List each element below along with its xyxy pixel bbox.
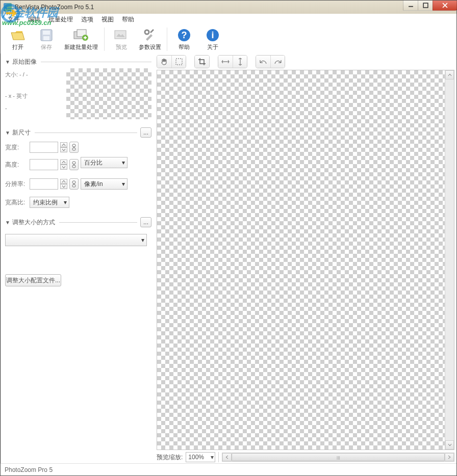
save-button[interactable]: 保存 <box>32 26 61 52</box>
resize-method-combo[interactable]: ▾ <box>5 234 147 246</box>
about-label: 关于 <box>207 43 218 51</box>
menu-help[interactable]: 帮助 <box>118 14 138 25</box>
vertical-scrollbar[interactable] <box>445 70 454 449</box>
menu-batch[interactable]: 批量处理 <box>44 14 77 25</box>
ratio-label: 宽高比: <box>5 198 28 207</box>
tools-icon <box>142 27 158 43</box>
resolution-spinner[interactable] <box>60 179 67 189</box>
original-image-heading[interactable]: ▼ 原始图像 <box>5 58 151 66</box>
marquee-tool-button[interactable] <box>171 56 186 68</box>
original-image-label: 原始图像 <box>12 58 37 66</box>
minimize-button[interactable] <box>403 1 418 11</box>
preview-button[interactable]: 预览 <box>107 26 136 52</box>
redo-button[interactable] <box>270 56 285 68</box>
horizontal-scrollbar[interactable]: ||| <box>222 453 454 462</box>
crop-tool-button[interactable] <box>195 56 209 68</box>
preview-canvas[interactable] <box>157 70 445 449</box>
floppy-icon <box>38 27 55 43</box>
main-toolbar: 打开 保存 新建批量处理 预览 参数设置 <box>1 25 456 54</box>
link-width-button[interactable] <box>69 142 79 153</box>
hand-tool-button[interactable] <box>157 56 171 68</box>
app-icon <box>4 3 12 11</box>
chevron-down-icon: ▾ <box>211 454 214 461</box>
size-label: 大小: - / - <box>5 68 61 81</box>
ratio-combo[interactable]: 约束比例 ▾ <box>30 197 69 208</box>
flip-horizontal-button[interactable] <box>218 56 233 68</box>
chevron-down-icon: ▾ <box>141 236 144 244</box>
width-spinner[interactable] <box>60 142 67 152</box>
svg-text:i: i <box>211 30 214 40</box>
help-button[interactable]: ? 帮助 <box>170 26 198 52</box>
menu-file[interactable]: 文件 <box>4 14 24 25</box>
resolution-input[interactable] <box>30 178 58 190</box>
preview-zoom-label: 预览缩放: <box>157 453 183 462</box>
status-text: PhotoZoom Pro 5 <box>5 466 53 473</box>
param-button[interactable]: 参数设置 <box>136 26 164 52</box>
menu-view[interactable]: 视图 <box>97 14 118 25</box>
resize-method-heading[interactable]: ▼ 调整大小的方式 ... <box>5 217 151 227</box>
close-button[interactable] <box>433 1 457 11</box>
info-icon: i <box>205 27 221 43</box>
scroll-down-icon[interactable] <box>445 440 454 449</box>
ratio-value: 约束比例 <box>33 198 58 207</box>
svg-text:?: ? <box>182 30 187 40</box>
link-height-button[interactable] <box>69 159 79 170</box>
canvas-toolbar <box>155 54 456 70</box>
link-res-button[interactable] <box>69 178 79 190</box>
new-batch-button[interactable]: 新建批量处理 <box>61 26 101 52</box>
size-unit-combo[interactable]: 百分比 ▾ <box>81 157 128 168</box>
dimensions-label: - x - 英寸 <box>5 90 61 102</box>
about-button[interactable]: i 关于 <box>198 26 227 52</box>
collapse-triangle-icon: ▼ <box>5 59 10 65</box>
undo-button[interactable] <box>256 56 270 68</box>
size-unit-value: 百分比 <box>84 158 103 167</box>
scroll-track[interactable] <box>445 80 454 440</box>
svg-rect-26 <box>176 59 182 65</box>
toolbar-separator <box>104 28 105 51</box>
open-button[interactable]: 打开 <box>4 26 32 52</box>
original-info: 大小: - / - - x - 英寸 - <box>5 68 61 119</box>
zoom-value: 100% <box>188 454 204 461</box>
method-settings-button[interactable]: ... <box>140 217 151 227</box>
width-label: 宽度: <box>5 143 28 152</box>
chevron-down-icon: ▾ <box>64 199 67 206</box>
preset-button[interactable]: ... <box>140 127 151 138</box>
scroll-thumb[interactable]: ||| <box>232 453 445 461</box>
resolution-unit-combo[interactable]: 像素/in ▾ <box>81 178 128 190</box>
svg-rect-11 <box>115 31 126 39</box>
scroll-right-icon[interactable] <box>445 453 454 461</box>
height-spinner[interactable] <box>60 160 67 170</box>
menu-options[interactable]: 选项 <box>77 14 97 25</box>
title-bar: BenVista PhotoZoom Pro 5.1 <box>1 1 456 14</box>
svg-rect-6 <box>43 31 50 35</box>
collapse-triangle-icon: ▼ <box>5 130 10 136</box>
zoom-combo[interactable]: 100% ▾ <box>186 452 215 462</box>
menu-bar: 文件 编辑 批量处理 选项 视图 帮助 <box>1 14 456 25</box>
heading-rule <box>35 133 137 133</box>
menu-edit[interactable]: 编辑 <box>24 14 44 25</box>
chevron-down-icon: ▾ <box>122 180 125 188</box>
open-label: 打开 <box>12 43 23 51</box>
scroll-left-icon[interactable] <box>222 453 232 461</box>
resize-config-button[interactable]: 调整大小配置文件... <box>5 274 61 286</box>
new-size-label: 新尺寸 <box>12 128 31 137</box>
flip-vertical-button[interactable] <box>233 56 247 68</box>
height-input[interactable] <box>30 159 58 170</box>
collapse-triangle-icon: ▼ <box>5 220 10 225</box>
scroll-track[interactable]: ||| <box>232 453 445 461</box>
scroll-up-icon[interactable] <box>445 70 454 80</box>
main-area: 预览缩放: 100% ▾ ||| <box>155 54 456 463</box>
param-label: 参数设置 <box>139 43 161 51</box>
left-panel: ▼ 原始图像 大小: - / - - x - 英寸 - ▼ 新尺寸 ... <box>1 54 155 463</box>
resize-method-label: 调整大小的方式 <box>12 218 55 227</box>
resize-config-label: 调整大小配置文件... <box>6 276 60 285</box>
folder-open-icon <box>10 27 26 43</box>
maximize-button[interactable] <box>418 1 433 11</box>
save-label: 保存 <box>41 43 52 51</box>
original-thumbnail[interactable] <box>66 68 151 119</box>
dpi-label: - <box>5 102 61 114</box>
width-input[interactable] <box>30 142 58 153</box>
svg-rect-7 <box>43 36 49 40</box>
new-size-heading[interactable]: ▼ 新尺寸 ... <box>5 127 151 138</box>
help-label: 帮助 <box>179 43 190 51</box>
